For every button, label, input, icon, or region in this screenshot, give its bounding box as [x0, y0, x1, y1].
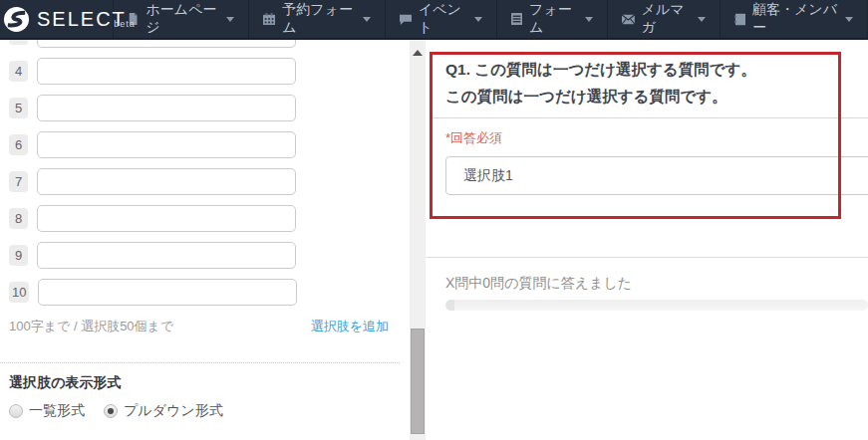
nav-item-label: 予約フォーム: [282, 1, 356, 37]
choice-number-badge: 3: [9, 40, 28, 45]
logo-beta-label: beta: [114, 19, 136, 29]
choice-row: 10: [9, 279, 400, 306]
choice-text-input[interactable]: [37, 205, 296, 232]
choice-text-input[interactable]: [37, 40, 296, 48]
nav-item-reservation-form[interactable]: 予約フォーム: [248, 0, 385, 38]
choice-text-input[interactable]: [37, 95, 296, 121]
choice-number-badge: 10: [9, 282, 29, 303]
answer-select-dropdown[interactable]: 選択肢1: [445, 156, 868, 195]
choice-number-badge: 5: [9, 98, 28, 118]
chevron-down-icon: [698, 17, 706, 22]
radio-list-format[interactable]: [9, 404, 23, 418]
choice-text-input[interactable]: [38, 279, 297, 306]
chevron-down-icon: [474, 17, 482, 22]
contacts-icon: [734, 13, 745, 26]
nav-item-label: フォーム: [529, 1, 578, 37]
chevron-down-icon: [585, 17, 593, 22]
choice-row: 5: [9, 95, 400, 121]
select-logo-icon: [3, 6, 30, 33]
form-preview-panel: Q1. この質問は一つだけ選択する質問です。 この質問は一つだけ選択する質問です…: [426, 40, 868, 440]
required-label: *回答必須: [445, 129, 502, 147]
progress-status-text: X問中0問の質問に答えました: [445, 275, 632, 293]
choice-limits-text: 100字まで / 選択肢50個まで: [9, 318, 173, 335]
choice-row: 4: [9, 58, 400, 85]
radio-label-pulldown-format[interactable]: プルダウン形式: [124, 402, 223, 420]
choice-text-input[interactable]: [37, 242, 296, 269]
answer-progress-fill: [445, 300, 454, 311]
radio-pulldown-format[interactable]: [104, 404, 118, 418]
choice-number-badge: 9: [9, 245, 28, 266]
top-nav: SELECT beta ホームページ 予約フォーム イベント フォーム: [0, 0, 868, 40]
nav-item-customers-members[interactable]: 顧客・メンバー: [720, 0, 868, 38]
choice-text-input[interactable]: [37, 168, 296, 195]
choice-row: 7: [9, 168, 400, 195]
choice-row: 3: [9, 40, 400, 48]
choice-number-badge: 4: [9, 61, 28, 82]
calendar-icon: [263, 12, 275, 26]
radio-label-list-format[interactable]: 一覧形式: [29, 402, 85, 420]
choice-row: 9: [9, 242, 400, 269]
nav-item-event[interactable]: イベント: [385, 0, 496, 38]
choice-row: 8: [9, 205, 400, 232]
chevron-down-icon: [226, 17, 234, 22]
chevron-down-icon: [845, 17, 853, 22]
choice-text-input[interactable]: [37, 131, 296, 158]
nav-item-label: イベント: [419, 1, 467, 37]
nav-item-label: メルマガ: [642, 1, 691, 37]
display-format-title: 選択肢の表示形式: [9, 374, 410, 392]
scrollbar-up-arrow[interactable]: [410, 46, 426, 60]
choice-number-badge: 8: [9, 208, 28, 229]
choice-number-badge: 7: [9, 171, 28, 192]
vertical-scrollbar[interactable]: [410, 40, 426, 440]
nav-item-label: 顧客・メンバー: [752, 1, 838, 37]
chevron-down-icon: [363, 17, 371, 22]
scrollbar-thumb[interactable]: [411, 329, 425, 434]
display-format-options: 一覧形式 プルダウン形式: [9, 402, 410, 420]
section-divider: [0, 362, 400, 363]
choice-editor-panel: 3 4 5 6 7 8 9 10 100字まで / 選択肢50個まで 選択肢を追…: [0, 40, 410, 440]
choice-number-badge: 6: [9, 134, 28, 155]
nav-item-mailmagazine[interactable]: メルマガ: [607, 0, 720, 38]
choice-limits-row: 100字まで / 選択肢50個まで 選択肢を追加: [9, 318, 389, 335]
add-choice-link[interactable]: 選択肢を追加: [311, 318, 389, 335]
answer-progress-bar: [445, 300, 868, 311]
question-title-line1: Q1. この質問は一つだけ選択する質問です。: [445, 56, 834, 83]
question-title: Q1. この質問は一つだけ選択する質問です。 この質問は一つだけ選択する質問です…: [445, 56, 834, 110]
preview-divider: [433, 117, 868, 118]
choice-text-input[interactable]: [37, 58, 296, 85]
chat-icon: [400, 13, 412, 26]
app-logo[interactable]: SELECT beta: [0, 0, 113, 38]
choice-row: 6: [9, 131, 400, 158]
preview-divider: [426, 257, 868, 258]
form-icon: [511, 12, 522, 26]
nav-item-form[interactable]: フォーム: [496, 0, 607, 38]
mail-icon: [622, 14, 635, 25]
nav-item-label: ホームページ: [145, 1, 219, 37]
question-title-line2: この質問は一つだけ選択する質問です。: [445, 83, 834, 110]
